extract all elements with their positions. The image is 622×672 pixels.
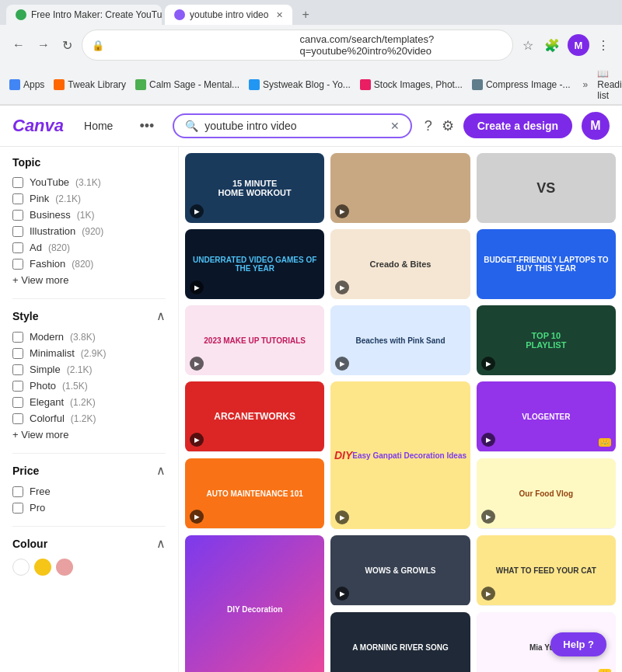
- filter-fashion[interactable]: Fashion (820): [12, 258, 166, 270]
- filter-illustration[interactable]: Illustration (920): [12, 225, 166, 237]
- filter-business-checkbox[interactable]: [12, 210, 23, 221]
- template-card-5[interactable]: Creado & Bites ▶: [330, 229, 470, 299]
- filter-business-label: Business: [30, 209, 71, 221]
- back-button[interactable]: ←: [9, 35, 28, 55]
- template-card-16[interactable]: WOWS & GROWLS ▶: [330, 535, 470, 606]
- template-card-12[interactable]: VLOGENTER ▶ 👑: [477, 381, 616, 452]
- filter-pro[interactable]: Pro: [12, 502, 166, 514]
- filter-free[interactable]: Free: [12, 486, 166, 497]
- tab-title-1: Free Intro Maker: Create YouTub...: [31, 9, 162, 20]
- lock-icon: 🔒: [92, 40, 295, 51]
- template-card-8[interactable]: Beaches with Pink Sand ▶: [330, 305, 470, 375]
- filter-modern-checkbox[interactable]: [12, 332, 23, 343]
- filter-ad-checkbox[interactable]: [12, 242, 23, 253]
- template-card-11[interactable]: DIY Easy Ganpati Decoration Ideas ▶: [330, 381, 470, 529]
- forward-button[interactable]: →: [34, 35, 53, 55]
- extensions-button[interactable]: 🧩: [541, 35, 563, 56]
- search-clear-button[interactable]: ✕: [390, 120, 400, 132]
- filter-elegant-checkbox[interactable]: [12, 397, 23, 408]
- filter-business[interactable]: Business (1K): [12, 209, 166, 221]
- style-toggle-button[interactable]: ∧: [156, 308, 166, 323]
- filter-ad[interactable]: Ad (820): [12, 242, 166, 253]
- more-menu-button[interactable]: •••: [133, 115, 160, 138]
- search-input[interactable]: [204, 120, 383, 132]
- filter-photo-checkbox[interactable]: [12, 381, 23, 392]
- template-card-6[interactable]: BUDGET-FRIENDLY LAPTOPS TO BUY THIS YEAR: [477, 229, 616, 299]
- template-card-2[interactable]: ▶: [330, 153, 470, 223]
- bookmark-tweak[interactable]: Tweak Library: [54, 79, 126, 90]
- tab-close-2[interactable]: ✕: [276, 10, 283, 20]
- style-view-more[interactable]: + View more: [12, 429, 166, 440]
- template-card-15[interactable]: DIY Decoration: [185, 535, 324, 672]
- filter-fashion-checkbox[interactable]: [12, 259, 23, 270]
- filter-minimalist-checkbox[interactable]: [12, 348, 23, 359]
- filter-colorful-checkbox[interactable]: [12, 413, 23, 424]
- settings-button[interactable]: ⚙: [442, 117, 454, 134]
- address-bar[interactable]: 🔒 canva.com/search/templates?q=youtube%2…: [82, 30, 513, 61]
- create-design-button[interactable]: Create a design: [463, 113, 572, 138]
- tab-1[interactable]: Free Intro Maker: Create YouTub... ✕: [6, 5, 162, 25]
- colour-toggle-button[interactable]: ∧: [156, 536, 166, 551]
- bookmark-compress[interactable]: Compress Image -...: [472, 79, 571, 90]
- user-avatar[interactable]: M: [582, 112, 610, 140]
- bookmark-apps[interactable]: Apps: [9, 79, 44, 90]
- colour-yellow[interactable]: [34, 559, 51, 576]
- filter-simple-label: Simple: [30, 364, 61, 375]
- filter-colorful-label: Colorful: [30, 413, 65, 424]
- help-button[interactable]: ?: [425, 118, 432, 134]
- template-card-9[interactable]: TOP 10PLAYLIST ▶: [477, 305, 616, 375]
- template-card-1[interactable]: 15 MINUTEHOME WORKOUT ▶: [185, 153, 324, 223]
- more-bookmarks-button[interactable]: »: [583, 79, 589, 90]
- filter-free-checkbox[interactable]: [12, 486, 23, 497]
- new-tab-button[interactable]: +: [295, 5, 315, 25]
- filter-simple-checkbox[interactable]: [12, 364, 23, 375]
- bookmark-stock[interactable]: Stock Images, Phot...: [360, 79, 463, 90]
- filter-simple-count: (2.1K): [67, 364, 93, 375]
- bookmark-icon-calm: [135, 79, 146, 90]
- tab-2[interactable]: youtube intro video ✕: [165, 5, 292, 25]
- filter-elegant[interactable]: Elegant (1.2K): [12, 396, 166, 408]
- profile-button[interactable]: M: [568, 34, 589, 56]
- menu-button[interactable]: ⋮: [594, 35, 613, 56]
- bookmark-systweak[interactable]: Systweak Blog - Yo...: [249, 79, 351, 90]
- template-card-10[interactable]: ARCANETWORKS ▶: [185, 381, 324, 452]
- filter-pro-checkbox[interactable]: [12, 503, 23, 514]
- filter-youtube-checkbox[interactable]: [12, 177, 23, 188]
- topic-view-more[interactable]: + View more: [12, 274, 166, 286]
- bookmark-label-compress: Compress Image -...: [486, 79, 571, 90]
- filter-youtube[interactable]: YouTube (3.1K): [12, 176, 166, 188]
- tab-bar: Free Intro Maker: Create YouTub... ✕ you…: [0, 0, 622, 25]
- template-card-3[interactable]: VS: [477, 153, 616, 223]
- canva-logo[interactable]: Canva: [12, 116, 64, 136]
- filter-pro-label: Pro: [30, 502, 45, 514]
- star-button[interactable]: ☆: [519, 35, 536, 56]
- filter-pink-checkbox[interactable]: [12, 193, 23, 204]
- colour-white[interactable]: [12, 559, 30, 576]
- bookmark-calm[interactable]: Calm Sage - Mental...: [135, 79, 239, 90]
- canva-home-link[interactable]: Home: [76, 115, 121, 137]
- address-text: canva.com/search/templates?q=youtube%20i…: [300, 33, 504, 57]
- filter-colorful[interactable]: Colorful (1.2K): [12, 413, 166, 424]
- reload-button[interactable]: ↻: [59, 35, 75, 56]
- filter-photo[interactable]: Photo (1.5K): [12, 380, 166, 392]
- help-bubble[interactable]: Help ?: [550, 632, 606, 656]
- filter-illustration-label: Illustration: [30, 225, 75, 237]
- template-card-14[interactable]: Our Food Vlog ▶: [477, 458, 616, 529]
- filter-pink[interactable]: Pink (2.1K): [12, 193, 166, 204]
- template-card-17[interactable]: WHAT TO FEED YOUR CAT ▶: [477, 535, 616, 606]
- filter-modern[interactable]: Modern (3.8K): [12, 331, 166, 343]
- filter-ad-label: Ad: [30, 242, 42, 253]
- filter-photo-count: (1.5K): [62, 381, 88, 392]
- colour-pink[interactable]: [56, 559, 73, 576]
- reading-list-button[interactable]: 📖 Reading list: [597, 68, 622, 101]
- filter-simple[interactable]: Simple (2.1K): [12, 364, 166, 375]
- template-card-7[interactable]: 2023 MAKE UP TUTORIALS ▶: [185, 305, 324, 375]
- price-toggle-button[interactable]: ∧: [156, 463, 166, 478]
- filter-illustration-checkbox[interactable]: [12, 226, 23, 237]
- template-card-4[interactable]: UNDERRATED VIDEO GAMES OF THE YEAR ▶: [185, 229, 324, 299]
- search-bar[interactable]: 🔍 ✕: [173, 113, 411, 138]
- template-card-18[interactable]: A MORNING RIVER SONG: [330, 612, 470, 672]
- bookmark-label-calm: Calm Sage - Mental...: [149, 79, 239, 90]
- filter-minimalist[interactable]: Minimalist (2.9K): [12, 347, 166, 359]
- template-card-13[interactable]: AUTO MAINTENANCE 101 ▶: [185, 458, 324, 529]
